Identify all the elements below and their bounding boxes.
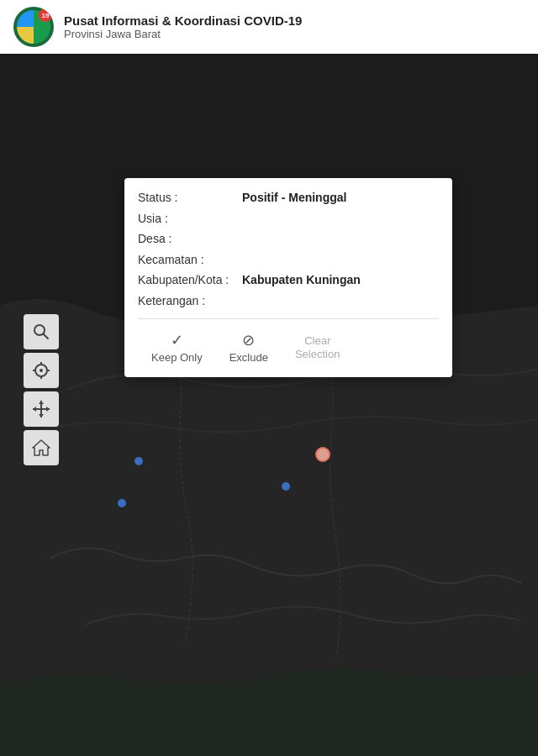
feature-popup: Status : Positif - Meninggal Usia : Desa… [124,178,452,377]
logo-badge: 19 [39,8,52,22]
map-svg [0,54,538,756]
search-icon [32,323,50,341]
clear-selection-label: ClearSelection [295,334,340,360]
popup-divider [138,318,439,319]
svg-marker-11 [39,401,44,404]
popup-label-desa: Desa : [138,231,239,248]
pan-button[interactable] [24,391,59,427]
popup-label-keterangan: Keterangan : [138,293,239,310]
popup-value-status: Positif - Meninggal [242,190,346,207]
popup-row-usia: Usia : [138,211,439,228]
locate-icon [32,361,50,380]
svg-marker-12 [39,414,44,417]
checkmark-icon: ✓ [171,331,183,349]
clear-selection-button[interactable]: ClearSelection [282,329,353,364]
map-dot-3[interactable] [282,482,290,491]
popup-row-kabupaten: Kabupaten/Kota : Kabupaten Kuningan [138,272,439,289]
popup-row-desa: Desa : [138,231,439,248]
app-logo: 19 [13,7,54,47]
exclude-label: Exclude [229,351,268,364]
svg-marker-15 [33,440,50,455]
locate-button[interactable] [24,353,59,388]
map-dot-1[interactable] [134,457,143,465]
popup-row-status: Status : Positif - Meninggal [138,190,439,207]
popup-value-kabupaten: Kabupaten Kuningan [242,272,361,289]
home-icon [32,438,50,457]
svg-marker-13 [33,407,36,412]
popup-label-kabupaten: Kabupaten/Kota : [138,272,239,289]
map-area[interactable]: COVID-19 di Jawa Barat Sumber : Dinas Ke… [0,54,538,756]
map-controls [24,314,59,465]
keep-only-label: Keep Only [151,351,203,364]
keep-only-button[interactable]: ✓ Keep Only [138,328,216,367]
map-dot-selected[interactable] [315,447,330,462]
header-title: Pusat Informasi & Koordinasi COVID-19 [64,13,302,28]
popup-row-kecamatan: Kecamatan : [138,252,439,269]
popup-row-keterangan: Keterangan : [138,293,439,310]
popup-label-usia: Usia : [138,211,239,228]
popup-label-kecamatan: Kecamatan : [138,252,239,269]
exclude-button[interactable]: ⊘ Exclude [216,328,282,367]
exclude-icon: ⊘ [242,331,255,349]
svg-marker-14 [46,407,50,412]
svg-point-4 [40,369,43,372]
home-button[interactable] [24,430,59,465]
svg-line-2 [44,334,49,339]
pan-icon [32,400,50,418]
map-dot-2[interactable] [118,499,126,507]
search-button[interactable] [24,314,59,349]
popup-label-status: Status : [138,190,239,207]
popup-actions: ✓ Keep Only ⊘ Exclude ClearSelection [138,328,439,367]
header-subtitle: Provinsi Jawa Barat [64,28,302,40]
app-header: 19 Pusat Informasi & Koordinasi COVID-19… [0,0,538,54]
header-text: Pusat Informasi & Koordinasi COVID-19 Pr… [64,13,302,40]
